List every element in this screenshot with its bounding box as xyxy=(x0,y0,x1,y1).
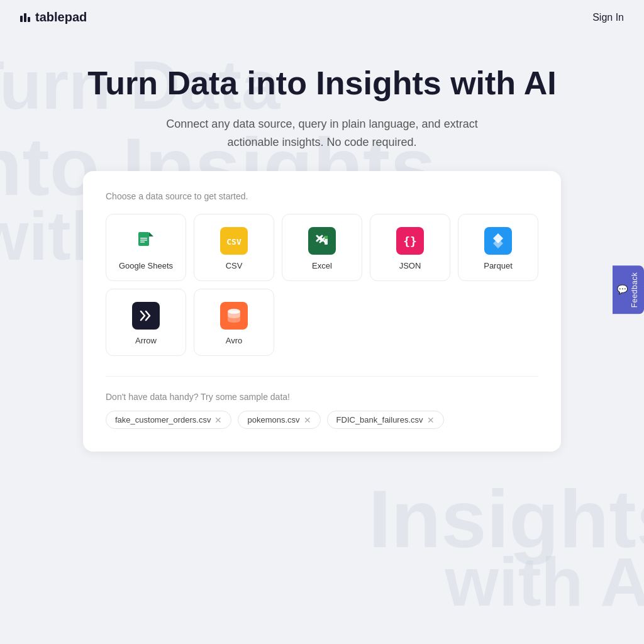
datasource-json[interactable]: {} JSON xyxy=(370,214,450,281)
chip-close-fake-orders[interactable]: ✕ xyxy=(214,416,222,425)
csv-label: CSV xyxy=(226,261,243,270)
feedback-label: Feedback xyxy=(630,272,639,308)
svg-text:CSV: CSV xyxy=(226,237,242,247)
empty-slot-1 xyxy=(282,289,362,356)
json-label: JSON xyxy=(399,261,421,270)
logo-icon xyxy=(20,13,30,22)
avro-label: Avro xyxy=(226,336,243,345)
arrow-label: Arrow xyxy=(135,336,157,345)
sample-section: Don't have data handy? Try some sample d… xyxy=(106,376,538,429)
empty-slot-2 xyxy=(370,289,450,356)
json-icon: {} xyxy=(396,227,424,255)
datasource-grid-row1: Google Sheets CSV CSV ✕ xyxy=(106,214,538,281)
header: tablepad Sign In xyxy=(0,0,644,35)
sample-chips: fake_customer_orders.csv ✕ pokemons.csv … xyxy=(106,411,538,429)
sample-chip-fake-orders[interactable]: fake_customer_orders.csv ✕ xyxy=(106,411,231,429)
parquet-icon xyxy=(484,227,512,255)
main-card: Choose a data source to get started. Goo… xyxy=(83,171,561,452)
card-choose-label: Choose a data source to get started. xyxy=(106,191,538,201)
chip-label-fake-orders: fake_customer_orders.csv xyxy=(115,415,211,425)
empty-slot-3 xyxy=(458,289,538,356)
feedback-tab[interactable]: 💬 Feedback xyxy=(613,265,644,314)
avro-icon xyxy=(220,302,248,330)
google-sheets-icon xyxy=(132,227,160,255)
logo[interactable]: tablepad xyxy=(20,10,87,25)
sample-chip-pokemons[interactable]: pokemons.csv ✕ xyxy=(238,411,320,429)
arrow-icon xyxy=(132,302,160,330)
hero-section: Turn Data into Insights with AI Connect … xyxy=(0,35,644,171)
svg-rect-4 xyxy=(140,242,145,243)
datasource-excel[interactable]: ✕ Excel xyxy=(282,214,362,281)
svg-rect-10 xyxy=(325,236,328,239)
svg-rect-14 xyxy=(132,302,160,330)
chip-label-fdic: FDIC_bank_failures.csv xyxy=(336,415,423,425)
chip-close-pokemons[interactable]: ✕ xyxy=(304,416,311,425)
parquet-label: Parquet xyxy=(484,261,513,270)
datasource-google-sheets[interactable]: Google Sheets xyxy=(106,214,186,281)
datasource-csv[interactable]: CSV CSV xyxy=(194,214,274,281)
logo-text: tablepad xyxy=(35,10,87,25)
svg-rect-2 xyxy=(140,238,147,239)
svg-rect-3 xyxy=(140,240,147,241)
hero-subtitle: Connect any data source, query in plain … xyxy=(158,115,486,152)
chip-close-fdic[interactable]: ✕ xyxy=(427,416,435,425)
datasource-avro[interactable]: Avro xyxy=(194,289,274,356)
svg-rect-1 xyxy=(138,232,149,246)
svg-text:{}: {} xyxy=(403,235,417,248)
csv-icon: CSV xyxy=(220,227,248,255)
feedback-icon: 💬 xyxy=(618,284,628,296)
chip-label-pokemons: pokemons.csv xyxy=(247,415,299,425)
excel-icon: ✕ xyxy=(308,227,336,255)
feedback-inner[interactable]: 💬 Feedback xyxy=(613,265,644,314)
google-sheets-label: Google Sheets xyxy=(119,261,173,270)
sample-chip-fdic[interactable]: FDIC_bank_failures.csv ✕ xyxy=(327,411,444,429)
datasource-arrow[interactable]: Arrow xyxy=(106,289,186,356)
datasource-grid-row2: Arrow Avro xyxy=(106,289,538,356)
sample-label: Don't have data handy? Try some sample d… xyxy=(106,392,538,402)
datasource-parquet[interactable]: Parquet xyxy=(458,214,538,281)
excel-label: Excel xyxy=(312,261,332,270)
sign-in-button[interactable]: Sign In xyxy=(592,12,624,23)
hero-title: Turn Data into Insights with AI xyxy=(13,65,631,103)
